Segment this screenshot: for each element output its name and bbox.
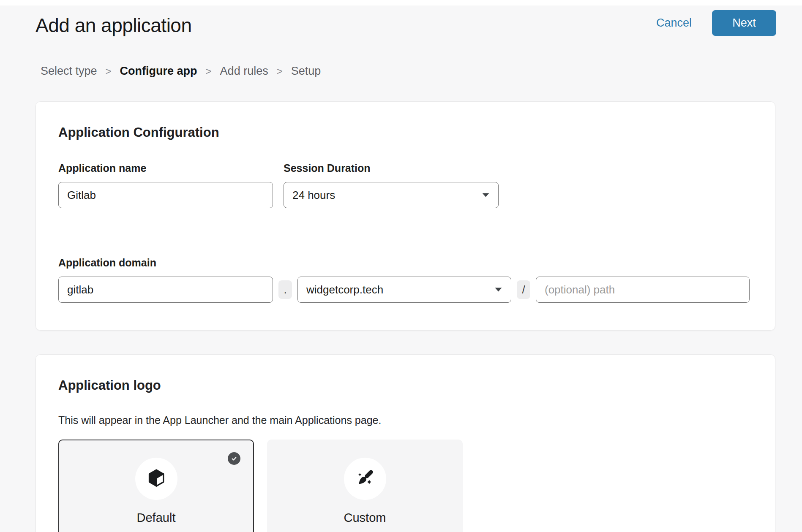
application-logo-card: Application logo This will appear in the… bbox=[35, 354, 775, 532]
logo-option-label: Custom bbox=[344, 511, 386, 525]
session-duration-value: 24 hours bbox=[292, 189, 335, 202]
config-card-title: Application Configuration bbox=[58, 125, 753, 140]
page-title: Add an application bbox=[35, 14, 192, 37]
logo-card-description: This will appear in the App Launcher and… bbox=[58, 414, 753, 426]
breadcrumb: Select type > Configure app > Add rules … bbox=[41, 65, 802, 78]
cancel-button[interactable]: Cancel bbox=[656, 16, 692, 30]
domain-select[interactable]: widgetcorp.tech bbox=[297, 277, 511, 303]
application-name-label: Application name bbox=[58, 162, 273, 174]
page-header: Add an application Cancel Next bbox=[0, 5, 802, 37]
logo-icon-circle bbox=[135, 458, 177, 500]
top-white-strip bbox=[0, 0, 802, 5]
caret-down-icon bbox=[494, 287, 502, 292]
logo-option-tiles: Default Custom bbox=[58, 440, 753, 532]
dot-separator: . bbox=[278, 280, 292, 299]
subdomain-input[interactable] bbox=[58, 277, 273, 303]
application-domain-label: Application domain bbox=[58, 257, 753, 269]
logo-option-custom[interactable]: Custom bbox=[267, 440, 463, 532]
step-setup[interactable]: Setup bbox=[291, 65, 321, 78]
breadcrumb-separator: > bbox=[277, 65, 283, 77]
step-configure-app[interactable]: Configure app bbox=[120, 65, 197, 78]
application-configuration-card: Application Configuration Application na… bbox=[35, 101, 775, 331]
slash-separator: / bbox=[517, 280, 530, 299]
logo-option-label: Default bbox=[137, 511, 176, 525]
next-button[interactable]: Next bbox=[712, 10, 776, 36]
path-input[interactable] bbox=[536, 277, 750, 303]
breadcrumb-separator: > bbox=[206, 65, 212, 77]
session-duration-select[interactable]: 24 hours bbox=[284, 182, 499, 208]
session-duration-field-group: Session Duration 24 hours bbox=[284, 162, 499, 208]
header-actions: Cancel Next bbox=[656, 10, 776, 36]
domain-select-value: widgetcorp.tech bbox=[306, 283, 383, 296]
logo-option-default[interactable]: Default bbox=[58, 440, 254, 532]
step-add-rules[interactable]: Add rules bbox=[220, 65, 268, 78]
paintbrush-icon bbox=[355, 467, 376, 490]
name-duration-row: Application name Session Duration 24 hou… bbox=[58, 162, 753, 208]
application-domain-row: . widgetcorp.tech / bbox=[58, 277, 753, 303]
logo-card-title: Application logo bbox=[58, 378, 753, 393]
logo-icon-circle bbox=[344, 458, 386, 500]
session-duration-label: Session Duration bbox=[284, 162, 499, 174]
step-select-type[interactable]: Select type bbox=[41, 65, 97, 78]
breadcrumb-separator: > bbox=[106, 65, 112, 77]
cube-icon bbox=[146, 467, 167, 490]
application-name-input[interactable] bbox=[58, 182, 273, 208]
check-icon bbox=[228, 452, 240, 465]
caret-down-icon bbox=[482, 193, 490, 198]
application-name-field-group: Application name bbox=[58, 162, 273, 208]
